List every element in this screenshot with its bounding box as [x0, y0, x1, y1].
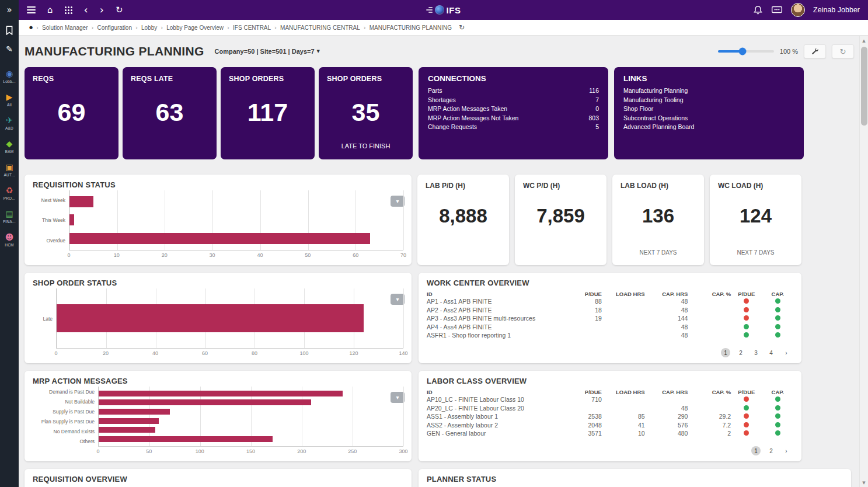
vertical-scrollbar[interactable]: ▲ ▼: [859, 36, 868, 487]
pagination-page[interactable]: 3: [751, 348, 761, 357]
table-row[interactable]: AP10_LC - FINITE Labour Class 10710: [427, 395, 793, 404]
kpi-card[interactable]: SHOP ORDERS117: [221, 67, 315, 159]
expand-sidebar-button[interactable]: »: [6, 5, 12, 15]
avatar[interactable]: [791, 3, 805, 17]
notifications-bell-icon[interactable]: [753, 5, 763, 15]
breadcrumb-item[interactable]: IFS CENTRAL: [233, 25, 271, 31]
link-item[interactable]: Shop Floor: [623, 105, 794, 114]
forward-icon[interactable]: ›: [100, 5, 104, 15]
stat-card[interactable]: LAB P/D (H)8,888: [417, 175, 509, 265]
context-filter-dropdown[interactable]: Company=50 | Site=501 | Days=7 ▼: [215, 48, 320, 55]
table-row[interactable]: AP20_LC - FINITE Labour Class 2048: [427, 404, 793, 413]
pagination-page[interactable]: 2: [736, 348, 745, 357]
context-filter-label: Company=50 | Site=501 | Days=7: [215, 48, 315, 55]
app-root: » ✎ ◉Lobb...▶All✈A&D◆EAM▣AUT...♻PRO...▤F…: [0, 0, 868, 487]
link-item[interactable]: Manufacturing Tooling: [623, 96, 794, 105]
kpi-card[interactable]: SHOP ORDERS35LATE TO FINISH: [319, 67, 413, 159]
sidebar-item-automotive[interactable]: ▣AUT...: [3, 162, 16, 177]
stat-card-label: WC P/D (H): [523, 182, 598, 190]
announcements-icon[interactable]: [771, 5, 783, 15]
chart-title: REQUISITION STATUS: [33, 180, 403, 189]
sidebar-item-process[interactable]: ♻PRO...: [3, 186, 16, 200]
table-cell: GEN - General labour: [427, 429, 559, 438]
panel-title: PLANNER STATUS: [427, 475, 843, 483]
edit-button[interactable]: ✎: [0, 44, 19, 54]
status-dot-green: [775, 307, 780, 312]
kpi-card[interactable]: REQS69: [25, 67, 118, 159]
table-row[interactable]: ASS1 - Assembly labour 125388529029.2: [427, 412, 793, 421]
user-name[interactable]: Zeinab Jobber: [813, 6, 860, 14]
breadcrumb-item[interactable]: Configuration: [97, 25, 132, 31]
breadcrumb-item[interactable]: Solution Manager: [42, 25, 88, 31]
stat-card[interactable]: WC LOAD (H)124NEXT 7 DAYS: [710, 175, 801, 265]
breadcrumb-item[interactable]: MANUFACTURING PLANNING: [369, 25, 452, 31]
scrollbar-thumb[interactable]: [861, 47, 867, 126]
kpi-value: 63: [131, 98, 208, 127]
connection-row[interactable]: Change Requests5: [428, 123, 599, 132]
connection-row[interactable]: Parts116: [428, 86, 599, 96]
table-row[interactable]: ASS2 - Assembly labour 22048415767.2: [427, 421, 793, 430]
table-row[interactable]: AP1 - Ass1 APB FINITE8848: [427, 297, 793, 306]
status-dot-green: [775, 396, 780, 402]
table-cell: 48: [645, 331, 688, 340]
table-row[interactable]: ASFR1 - Shop floor reporting 148: [427, 331, 793, 340]
kpi-card[interactable]: REQS LATE63: [123, 67, 217, 159]
home-icon[interactable]: ⌂: [47, 6, 53, 15]
link-item[interactable]: Advanced Planning Board: [623, 123, 794, 132]
link-item[interactable]: Subcontract Operations: [623, 114, 794, 123]
connection-row[interactable]: MRP Action Messages Taken0: [428, 105, 599, 114]
connection-label: Shortages: [428, 96, 456, 105]
back-icon[interactable]: ‹: [84, 5, 88, 15]
stat-card-value: 136: [621, 205, 696, 227]
table-row[interactable]: AP2 - Ass2 APB FINITE1848: [427, 306, 793, 315]
sidebar-item-eam[interactable]: ◆EAM: [3, 139, 16, 154]
sidebar-item-hcm[interactable]: ☻HCM: [3, 232, 16, 247]
zoom-slider-knob[interactable]: [739, 48, 747, 55]
zoom-slider[interactable]: [718, 50, 774, 53]
pagination-next[interactable]: ›: [782, 348, 791, 357]
menu-button[interactable]: [27, 6, 36, 13]
scroll-down-arrow[interactable]: ▼: [860, 478, 868, 487]
apps-grid-icon[interactable]: [65, 6, 72, 14]
pagination-page[interactable]: 2: [766, 446, 776, 455]
connection-label: Parts: [428, 86, 442, 96]
ifs-logo: IFS: [426, 0, 461, 20]
sidebar-item-all[interactable]: ▶All: [3, 92, 16, 107]
table-row[interactable]: AP3 - Ass3 APB FINITE multi-resources191…: [427, 314, 793, 323]
breadcrumb-home-dot[interactable]: ●: [29, 25, 33, 30]
connection-row[interactable]: MRP Action Messages Not Taken803: [428, 114, 599, 123]
table-cell: 144: [645, 314, 688, 323]
scroll-up-arrow[interactable]: ▲: [860, 36, 868, 45]
column-header: ID: [427, 389, 559, 395]
breadcrumb-item[interactable]: Lobby: [141, 25, 157, 31]
pagination-next[interactable]: ›: [782, 446, 791, 455]
kpi-label: REQS LATE: [131, 75, 208, 83]
connection-value: 7: [595, 96, 599, 105]
logo-motion-lines: [426, 7, 433, 13]
sidebar-item-lobbies[interactable]: ◉Lobb...: [3, 69, 16, 84]
table-cell: 48: [645, 306, 688, 315]
stat-card[interactable]: LAB LOAD (H)136NEXT 7 DAYS: [612, 175, 704, 265]
connection-row[interactable]: Shortages7: [428, 96, 599, 105]
breadcrumb-item[interactable]: Lobby Page Overview: [166, 25, 224, 31]
connections-panel: CONNECTIONS Parts116Shortages7MRP Action…: [419, 67, 608, 159]
sync-icon[interactable]: ↻: [116, 6, 123, 15]
lobby-settings-button[interactable]: [804, 44, 826, 58]
sidebar-item-financials[interactable]: ▤FINA...: [3, 209, 16, 224]
breadcrumb-refresh-icon[interactable]: ↻: [459, 23, 465, 32]
pagination-page[interactable]: 1: [751, 446, 761, 455]
breadcrumb-item[interactable]: MANUFACTURING CENTRAL: [280, 25, 360, 31]
column-header: CAP.: [762, 291, 793, 297]
carousel-button[interactable]: ↻: [832, 44, 854, 58]
sidebar-item-aerospace-defense[interactable]: ✈A&D: [3, 116, 16, 130]
link-item[interactable]: Manufacturing Planning: [623, 86, 794, 96]
pagination-page[interactable]: 1: [721, 348, 730, 357]
pagination-page[interactable]: 4: [766, 348, 776, 357]
mrp-action-messages-chart-panel: MRP ACTION MESSAGES▾Demand is Past DueNo…: [25, 371, 412, 461]
caret-down-icon: ▼: [317, 49, 320, 54]
table-row[interactable]: GEN - General labour3571104802: [427, 429, 793, 438]
stat-card[interactable]: WC P/D (H)7,859: [515, 175, 606, 265]
bookmark-button[interactable]: [0, 26, 19, 35]
table-row[interactable]: AP4 - Ass4 APB FINITE48: [427, 323, 793, 332]
axis-tick-label: 200: [297, 448, 306, 454]
